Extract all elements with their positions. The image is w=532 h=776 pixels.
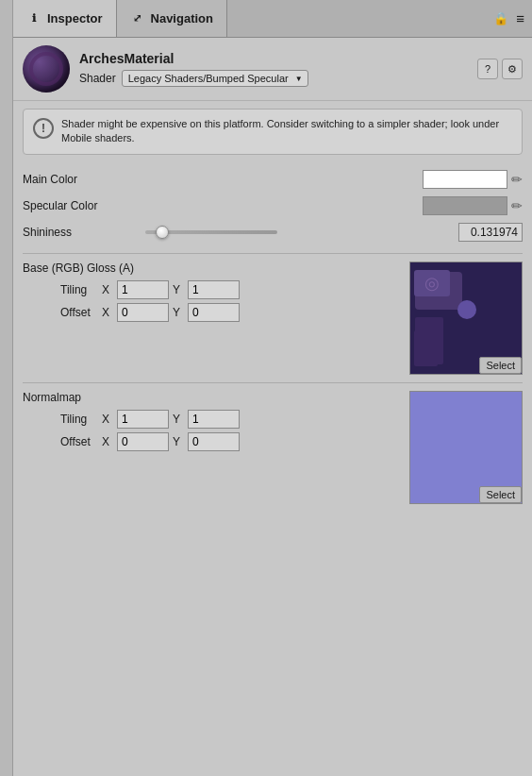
tab-bar: ℹ Inspector ⤢ Navigation 🔒 ≡ [13, 0, 532, 38]
sphere-ring [29, 52, 63, 86]
divider-1 [23, 253, 523, 254]
shininess-slider-track[interactable] [145, 230, 277, 234]
specular-color-label: Specular Color [23, 199, 174, 212]
normalmap-tiling-row: Tiling X Y [23, 410, 402, 429]
shininess-value[interactable]: 0.131974 [458, 223, 523, 242]
base-tiling-label: Tiling [60, 283, 98, 296]
base-tiling-x-input[interactable] [117, 280, 169, 299]
normalmap-offset-row: Offset X Y [23, 432, 402, 451]
base-offset-y-label: Y [173, 306, 184, 319]
normalmap-tiling-x-input[interactable] [117, 410, 169, 429]
normalmap-tiling-y-label: Y [173, 413, 184, 426]
tab-right-icons: 🔒 ≡ [493, 0, 532, 37]
normalmap-offset-x-input[interactable] [117, 432, 169, 451]
shader-value: Legacy Shaders/Bumped Specular [128, 73, 289, 84]
base-tiling-y-label: Y [173, 283, 184, 296]
normalmap-thumb[interactable]: Select [409, 391, 523, 504]
shininess-slider-thumb[interactable] [156, 226, 169, 239]
specular-color-row: Specular Color ✏ [23, 193, 523, 219]
shader-row: Shader Legacy Shaders/Bumped Specular [79, 70, 468, 87]
left-edge-bar [0, 0, 13, 776]
lock-icon[interactable]: 🔒 [493, 11, 508, 25]
shininess-slider-container [136, 230, 458, 234]
help-icon: ? [485, 63, 490, 75]
base-tiling-y-input[interactable] [188, 280, 240, 299]
help-button[interactable]: ? [477, 59, 498, 79]
normalmap-offset-y-input[interactable] [188, 432, 240, 451]
header-icons: ? ⚙ [477, 59, 523, 79]
specular-color-swatch[interactable] [423, 196, 507, 215]
tab-navigation-label: Navigation [151, 11, 213, 25]
tab-navigation[interactable]: ⤢ Navigation [117, 0, 227, 37]
normalmap-section: Normalmap Tiling X Y Offset X Y [13, 387, 532, 508]
base-rgb-gloss-thumb[interactable]: ◎ Select [409, 261, 523, 375]
main-color-row: Main Color ✏ [23, 166, 523, 193]
inspector-icon: ℹ [26, 11, 42, 26]
normalmap-tiling-label: Tiling [60, 413, 98, 426]
warning-text: Shader might be expensive on this platfo… [61, 117, 512, 146]
material-sphere-preview [23, 45, 70, 93]
normalmap-tiling-x-label: X [102, 413, 113, 426]
tab-inspector-label: Inspector [47, 11, 103, 25]
base-offset-y-input[interactable] [188, 303, 240, 322]
main-color-swatch[interactable] [423, 170, 507, 189]
warning-icon: ! [33, 118, 54, 139]
main-color-label: Main Color [23, 173, 174, 186]
base-select-button[interactable]: Select [479, 357, 522, 374]
warning-box: ! Shader might be expensive on this plat… [23, 109, 523, 155]
normalmap-offset-label: Offset [60, 435, 98, 448]
material-header: ArchesMaterial Shader Legacy Shaders/Bum… [13, 38, 532, 101]
normalmap-tiling-y-input[interactable] [188, 410, 240, 429]
normalmap-label: Normalmap [23, 391, 402, 404]
base-offset-x-input[interactable] [117, 303, 169, 322]
base-offset-row: Offset X Y [23, 303, 402, 322]
base-offset-label: Offset [60, 306, 98, 319]
shininess-label: Shininess [23, 226, 136, 239]
menu-icon[interactable]: ≡ [516, 10, 524, 26]
specular-color-value: ✏ [174, 196, 523, 215]
main-color-value: ✏ [174, 170, 523, 189]
normalmap-offset-x-label: X [102, 435, 113, 448]
divider-2 [23, 382, 523, 383]
base-tiling-row: Tiling X Y [23, 280, 402, 299]
base-offset-x-label: X [102, 306, 113, 319]
settings-button[interactable]: ⚙ [502, 59, 523, 79]
normalmap-offset-y-label: Y [173, 435, 184, 448]
shader-label: Shader [79, 72, 116, 85]
navigation-icon: ⤢ [130, 11, 145, 26]
base-rgb-gloss-section: Base (RGB) Gloss (A) Tiling X Y Offset X… [13, 258, 532, 379]
normalmap-select-button[interactable]: Select [479, 486, 522, 503]
base-rgb-gloss-controls: Base (RGB) Gloss (A) Tiling X Y Offset X… [23, 261, 402, 326]
material-name: ArchesMaterial [79, 51, 468, 66]
specular-color-pencil-icon[interactable]: ✏ [511, 198, 523, 213]
base-tiling-x-label: X [102, 283, 113, 296]
tab-inspector[interactable]: ℹ Inspector [13, 0, 117, 37]
material-name-block: ArchesMaterial Shader Legacy Shaders/Bum… [79, 51, 468, 87]
normalmap-controls: Normalmap Tiling X Y Offset X Y [23, 391, 402, 455]
properties-section: Main Color ✏ Specular Color ✏ Shininess [13, 162, 532, 249]
settings-icon: ⚙ [507, 63, 517, 76]
base-rgb-gloss-label: Base (RGB) Gloss (A) [23, 261, 402, 275]
shininess-row: Shininess 0.131974 [23, 219, 523, 245]
main-color-pencil-icon[interactable]: ✏ [511, 172, 523, 187]
shader-dropdown[interactable]: Legacy Shaders/Bumped Specular [122, 70, 308, 87]
